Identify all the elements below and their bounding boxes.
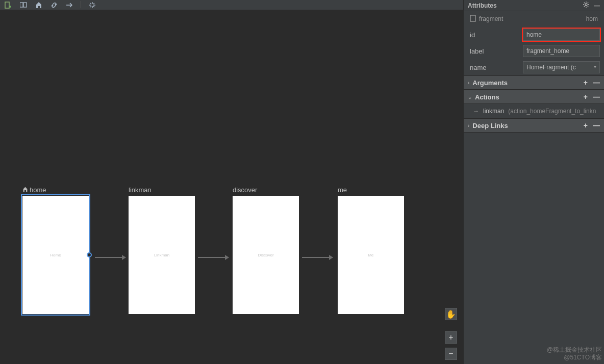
destination-label: home — [22, 186, 89, 194]
action-detail: (action_homeFragment_to_linkn — [508, 108, 596, 115]
id-input-value: home — [526, 31, 542, 38]
svg-rect-9 — [470, 15, 475, 21]
attributes-title: Attributes — [468, 2, 497, 9]
zoom-in-button[interactable]: + — [445, 331, 457, 344]
toolbar-left-group — [4, 1, 96, 9]
add-destination-icon[interactable] — [4, 1, 12, 9]
svg-point-8 — [585, 4, 587, 6]
action-arrow[interactable] — [302, 257, 333, 258]
gear-icon[interactable] — [583, 1, 590, 10]
label-input[interactable]: fragment_home — [523, 45, 600, 57]
section-title: Actions — [475, 93, 499, 101]
attributes-panel: Attributes — fragment hom id home label … — [463, 0, 604, 364]
chevron-down-icon: ⌄ — [468, 94, 472, 100]
destination-preview-text: Me — [368, 253, 373, 257]
destination-label-text: home — [30, 186, 46, 194]
destination-card[interactable]: Me — [338, 196, 404, 314]
minimize-icon[interactable]: — — [594, 2, 600, 9]
destination-label-text: linkman — [129, 186, 152, 194]
chevron-right-icon: › — [468, 123, 469, 128]
nested-graph-icon[interactable] — [19, 1, 28, 9]
deeplinks-section-header[interactable]: ›Deep Links +— — [464, 118, 604, 133]
start-destination-icon[interactable] — [35, 1, 43, 9]
add-action-icon[interactable]: + — [584, 93, 588, 101]
action-arrow[interactable] — [198, 257, 229, 258]
destination-home[interactable]: home Home — [22, 186, 89, 314]
nav-graph-canvas[interactable]: home Home linkman Linkman discover — [0, 10, 463, 364]
pan-button[interactable]: ✋ — [445, 308, 457, 320]
field-name: name HomeFragment (c — [464, 59, 604, 75]
destination-label: linkman — [129, 186, 195, 194]
field-id: id home — [464, 27, 604, 43]
field-label: label — [470, 47, 519, 55]
field-label: name — [470, 64, 519, 71]
arguments-section-header[interactable]: ›Arguments +— — [464, 75, 604, 90]
add-argument-icon[interactable]: + — [584, 79, 588, 87]
plus-icon: + — [448, 333, 453, 342]
svg-rect-0 — [5, 2, 9, 8]
home-start-icon — [22, 187, 28, 193]
destination-label: me — [338, 186, 404, 194]
attributes-type-row: fragment hom — [464, 11, 604, 27]
destination-preview-text: Discover — [258, 253, 273, 257]
attributes-header: Attributes — — [464, 0, 604, 11]
deeplink-icon[interactable] — [50, 1, 58, 9]
destination-label-text: me — [338, 186, 347, 194]
section-title: Arguments — [472, 79, 508, 87]
field-label: id — [470, 31, 519, 39]
id-input[interactable]: home — [523, 29, 600, 41]
field-label-row: label fragment_home — [464, 43, 604, 59]
section-title: Deep Links — [472, 122, 508, 129]
action-arrow-icon[interactable] — [65, 1, 73, 9]
toolbar-separator — [81, 1, 81, 8]
minus-icon: − — [448, 349, 453, 358]
zoom-controls: ✋ + − — [445, 308, 457, 360]
fragment-icon — [470, 15, 476, 23]
watermark: @稀土掘金技术社区 @51CTO博客 — [547, 346, 602, 362]
watermark-line: @51CTO博客 — [547, 354, 602, 362]
type-value: hom — [586, 15, 598, 22]
remove-deeplink-icon[interactable]: — — [593, 121, 600, 129]
remove-action-icon[interactable]: — — [593, 93, 600, 101]
destination-me[interactable]: me Me — [338, 186, 404, 314]
destination-card[interactable]: Home — [22, 196, 89, 314]
name-dropdown[interactable]: HomeFragment (c — [523, 61, 600, 73]
svg-rect-1 — [20, 3, 23, 7]
chevron-right-icon: › — [468, 80, 469, 86]
actions-section-header[interactable]: ⌄Actions +— — [464, 90, 604, 104]
zoom-out-button[interactable]: − — [445, 348, 457, 360]
destination-card[interactable]: Discover — [233, 196, 299, 314]
svg-rect-2 — [23, 3, 27, 7]
action-name: linkman — [483, 108, 504, 115]
destination-linkman[interactable]: linkman Linkman — [129, 186, 195, 314]
action-item[interactable]: → linkman (action_homeFragment_to_linkn — [464, 104, 604, 118]
action-arrow[interactable] — [95, 257, 125, 258]
destination-preview-text: Home — [50, 253, 61, 257]
destination-label: discover — [233, 186, 299, 194]
destination-preview-text: Linkman — [154, 253, 169, 257]
destination-label-text: discover — [233, 186, 257, 194]
name-dropdown-value: HomeFragment (c — [526, 64, 576, 71]
watermark-line: @稀土掘金技术社区 — [547, 346, 602, 354]
action-arrow-icon: → — [473, 108, 479, 115]
add-deeplink-icon[interactable]: + — [584, 121, 588, 129]
pan-icon: ✋ — [446, 309, 456, 319]
label-input-value: fragment_home — [526, 47, 569, 55]
auto-arrange-icon[interactable] — [88, 1, 96, 9]
remove-argument-icon[interactable]: — — [593, 79, 600, 87]
destination-discover[interactable]: discover Discover — [233, 186, 299, 314]
type-label: fragment — [479, 15, 503, 22]
connection-handle[interactable] — [87, 252, 92, 257]
destination-card[interactable]: Linkman — [129, 196, 195, 314]
